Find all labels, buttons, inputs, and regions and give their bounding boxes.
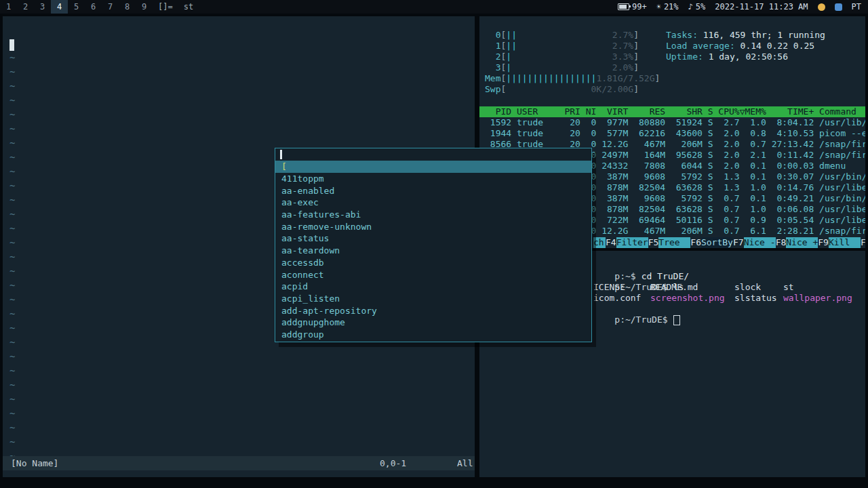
process-row[interactable]: 1592 trude 20 0 977M 80880 51924 S 2.7 1… bbox=[485, 117, 865, 128]
workspace-tag-5[interactable]: 5 bbox=[68, 0, 85, 14]
dmenu-item[interactable]: addgnupghome bbox=[275, 317, 591, 329]
dmenu-item[interactable]: aa-status bbox=[275, 232, 591, 245]
layout-indicator[interactable]: []= bbox=[158, 2, 173, 12]
meter-2: 2[| 3.3%] bbox=[485, 52, 660, 62]
terminal-cursor bbox=[673, 315, 680, 325]
volume-icon: ♪ bbox=[688, 2, 693, 12]
tray-icon-blue[interactable] bbox=[835, 3, 842, 11]
vim-tilde: ~ bbox=[9, 65, 15, 79]
vim-tilde: ~ bbox=[9, 165, 15, 179]
vim-tilde: ~ bbox=[9, 236, 15, 250]
vim-tilde: ~ bbox=[9, 222, 15, 236]
battery-value: 99+ bbox=[632, 2, 647, 12]
ls-output-row: icom.confscreenshot.pngslstatuswallpaper… bbox=[593, 293, 852, 304]
fnkey-number: F5 bbox=[648, 237, 659, 248]
htop-summary: Tasks: 116, 459 thr; 1 runningLoad avera… bbox=[666, 30, 825, 62]
vim-tilde: ~ bbox=[9, 435, 15, 449]
workspace-tag-4[interactable]: 4 bbox=[51, 0, 68, 14]
vim-tilde: ~ bbox=[9, 250, 15, 264]
workspace-tag-6[interactable]: 6 bbox=[85, 0, 102, 14]
vim-tilde: ~ bbox=[9, 350, 15, 364]
meter-1: 1[|| 2.7%] bbox=[485, 41, 660, 52]
file-st[interactable]: st bbox=[783, 282, 794, 293]
file-screenshot.png[interactable]: screenshot.png bbox=[650, 293, 734, 304]
shell-command-line: p:~$cd TruDE/ bbox=[593, 260, 689, 271]
htop-fnkey-ch[interactable]: ch bbox=[593, 237, 606, 248]
vim-tilde: ~ bbox=[9, 51, 15, 65]
dmenu-input[interactable] bbox=[275, 148, 591, 161]
fnkey-label: Nice + bbox=[786, 237, 818, 248]
htop-summary-line: Load average: 0.14 0.22 0.25 bbox=[666, 41, 825, 52]
tray-icon-yellow[interactable] bbox=[818, 3, 825, 11]
htop-fnkey-F1[interactable]: F1 bbox=[861, 237, 865, 248]
vim-tilde: ~ bbox=[9, 136, 15, 150]
file-slock[interactable]: slock bbox=[734, 282, 783, 293]
dmenu-item[interactable]: 411toppm bbox=[275, 173, 591, 185]
dmenu-item[interactable]: aconnect bbox=[275, 269, 591, 281]
vim-tilde: ~ bbox=[9, 179, 15, 193]
htop-fnkey-F8[interactable]: F8Nice + bbox=[776, 237, 818, 248]
process-row[interactable]: 1944 trude 20 0 577M 62216 43600 S 2.0 0… bbox=[485, 128, 865, 139]
keyboard-layout[interactable]: PT bbox=[852, 2, 861, 12]
meter-3: 3[| 2.0%] bbox=[485, 62, 660, 73]
fnkey-label: Tree bbox=[658, 237, 690, 248]
dmenu-item[interactable]: aa-exec bbox=[275, 197, 591, 209]
fnkey-number: F4 bbox=[606, 237, 616, 248]
dmenu-item[interactable]: aa-enabled bbox=[275, 185, 591, 197]
file-README.md[interactable]: README.md bbox=[650, 282, 734, 293]
shell-command-line: p:~/TruDE$ls bbox=[593, 271, 684, 282]
workspace-tag-1[interactable]: 1 bbox=[0, 0, 17, 14]
fnkey-number: F1 bbox=[861, 237, 865, 248]
file-wallpaper.png[interactable]: wallpaper.png bbox=[783, 293, 852, 304]
workspace-tag-2[interactable]: 2 bbox=[17, 0, 34, 14]
dmenu-item[interactable]: acpi_listen bbox=[275, 293, 591, 305]
dmenu-item[interactable]: aa-remove-unknown bbox=[275, 221, 591, 233]
focused-window-title: st bbox=[184, 2, 193, 12]
file-icom.conf[interactable]: icom.conf bbox=[593, 293, 650, 304]
vim-tilde: ~ bbox=[9, 421, 15, 435]
vim-scroll-position: All bbox=[457, 456, 473, 470]
file-slstatus[interactable]: slstatus bbox=[734, 293, 783, 304]
vim-tilde: ~ bbox=[9, 94, 15, 108]
vim-tilde: ~ bbox=[9, 407, 15, 421]
htop-fnkey-F7[interactable]: F7Nice - bbox=[733, 237, 776, 248]
vim-file-name: [No Name] bbox=[11, 456, 58, 470]
fnkey-label: ch bbox=[593, 237, 606, 248]
vim-tilde: ~ bbox=[9, 79, 15, 94]
brightness-icon: ☀ bbox=[656, 2, 661, 12]
htop-fnkey-F5[interactable]: F5Tree bbox=[648, 237, 691, 248]
dmenu-item[interactable]: aa-features-abi bbox=[275, 209, 591, 221]
vim-tilde: ~ bbox=[9, 207, 15, 222]
htop-fnkey-F4[interactable]: F4Filter bbox=[606, 237, 648, 248]
dmenu-item[interactable]: acpid bbox=[275, 281, 591, 293]
htop-table-header[interactable]: PID USER PRI NI VIRT RES SHR S CPU%▽MEM%… bbox=[479, 106, 865, 117]
vim-tilde: ~ bbox=[9, 264, 15, 279]
file-ICENSE[interactable]: ICENSE bbox=[593, 282, 650, 293]
dmenu-item[interactable]: accessdb bbox=[275, 257, 591, 269]
vim-tilde: ~ bbox=[9, 279, 15, 293]
fnkey-number: F6 bbox=[690, 237, 701, 248]
workspace-tag-8[interactable]: 8 bbox=[119, 0, 136, 14]
fnkey-label: Filter bbox=[616, 237, 648, 248]
vim-ruler: 0,0-1 bbox=[380, 456, 406, 470]
fnkey-number: F9 bbox=[818, 237, 829, 248]
volume-value: 5% bbox=[696, 2, 705, 12]
vim-tilde: ~ bbox=[9, 378, 15, 392]
dmenu-launcher[interactable]: [ 411toppmaa-enabledaa-execaa-features-a… bbox=[275, 148, 592, 342]
meter-Swp: Swp[ 0K/2.00G] bbox=[485, 84, 660, 95]
workspace-tag-3[interactable]: 3 bbox=[34, 0, 51, 14]
dmenu-item[interactable]: aa-teardown bbox=[275, 245, 591, 257]
htop-summary-line: Uptime: 1 day, 02:50:56 bbox=[666, 52, 825, 62]
brightness-value: 21% bbox=[664, 2, 679, 12]
shell-active-prompt[interactable]: p:~/TruDE$ bbox=[593, 304, 680, 314]
htop-fnkey-F6[interactable]: F6SortBy bbox=[690, 237, 733, 248]
dmenu-item-list: 411toppmaa-enabledaa-execaa-features-abi… bbox=[275, 173, 591, 341]
workspace-tag-9[interactable]: 9 bbox=[136, 0, 153, 14]
dmenu-item[interactable]: addgroup bbox=[275, 329, 591, 341]
fnkey-label: SortBy bbox=[701, 237, 733, 248]
dmenu-item[interactable]: add-apt-repository bbox=[275, 305, 591, 317]
htop-fnkey-F9[interactable]: F9Kill bbox=[818, 237, 861, 248]
meter-0: 0[|| 2.7%] bbox=[485, 30, 660, 41]
dmenu-selected-item[interactable]: [ bbox=[275, 161, 591, 173]
workspace-tag-7[interactable]: 7 bbox=[102, 0, 119, 14]
